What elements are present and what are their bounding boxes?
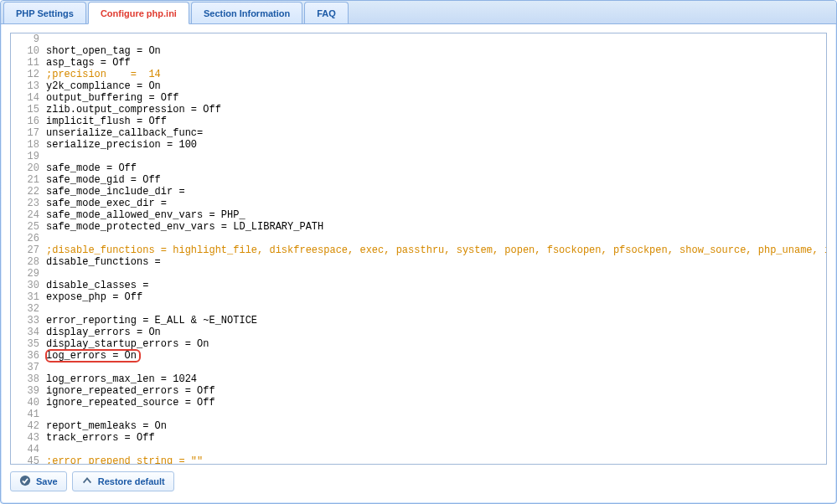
line-number: 18 bbox=[11, 139, 39, 151]
line-number: 42 bbox=[11, 420, 39, 432]
code-line[interactable]: safe_mode_allowed_env_vars = PHP_ bbox=[46, 209, 827, 221]
code-line[interactable]: report_memleaks = On bbox=[46, 420, 827, 432]
line-number: 23 bbox=[11, 198, 39, 209]
tab-strip: PHP Settings Configure php.ini Section I… bbox=[1, 1, 836, 24]
line-number: 33 bbox=[11, 315, 39, 327]
code-line[interactable]: safe_mode_protected_env_vars = LD_LIBRAR… bbox=[46, 221, 827, 233]
code-line[interactable]: disable_classes = bbox=[46, 280, 827, 291]
code-line[interactable]: safe_mode_exec_dir = bbox=[46, 198, 827, 209]
code-line[interactable]: implicit_flush = Off bbox=[46, 116, 827, 127]
line-number: 14 bbox=[11, 92, 39, 104]
line-number: 26 bbox=[11, 233, 39, 244]
line-number: 22 bbox=[11, 186, 39, 198]
restore-default-button[interactable]: Restore default bbox=[72, 471, 174, 491]
code-line[interactable]: safe_mode = Off bbox=[46, 162, 827, 174]
bottom-toolbar: Save Restore default bbox=[10, 471, 827, 491]
tab-php-settings[interactable]: PHP Settings bbox=[3, 2, 86, 23]
line-number: 38 bbox=[11, 373, 39, 385]
line-number: 19 bbox=[11, 151, 39, 162]
code-line[interactable]: log_errors_max_len = 1024 bbox=[46, 373, 827, 385]
code-line[interactable]: ignore_repeated_errors = Off bbox=[46, 385, 827, 397]
code-line[interactable]: log_errors = On bbox=[46, 350, 827, 362]
chevron-up-icon bbox=[81, 475, 93, 488]
line-number: 11 bbox=[11, 57, 39, 69]
code-line[interactable]: ;disable_functions = highlight_file, dis… bbox=[46, 244, 827, 256]
code-line[interactable]: expose_php = Off bbox=[46, 291, 827, 303]
code-line[interactable]: output_buffering = Off bbox=[46, 92, 827, 104]
line-number: 43 bbox=[11, 432, 39, 444]
line-number: 15 bbox=[11, 104, 39, 116]
code-content[interactable]: short_open_tag = Onasp_tags = Off;precis… bbox=[44, 33, 827, 465]
code-line[interactable]: asp_tags = Off bbox=[46, 57, 827, 69]
line-number: 39 bbox=[11, 385, 39, 397]
code-line[interactable] bbox=[46, 233, 827, 244]
code-line[interactable]: disable_functions = bbox=[46, 256, 827, 268]
line-number: 13 bbox=[11, 80, 39, 92]
line-number: 37 bbox=[11, 362, 39, 373]
code-line[interactable]: display_startup_errors = On bbox=[46, 338, 827, 350]
code-line[interactable]: safe_mode_include_dir = bbox=[46, 186, 827, 198]
code-line[interactable]: unserialize_callback_func= bbox=[46, 127, 827, 139]
code-line[interactable] bbox=[46, 409, 827, 420]
line-number: 29 bbox=[11, 268, 39, 280]
line-number: 12 bbox=[11, 69, 39, 80]
line-number: 17 bbox=[11, 127, 39, 139]
line-number: 35 bbox=[11, 338, 39, 350]
code-line[interactable]: ;error_prepend_string = "" bbox=[46, 455, 827, 465]
line-number: 20 bbox=[11, 162, 39, 174]
code-line[interactable]: track_errors = Off bbox=[46, 432, 827, 444]
code-line[interactable]: ignore_repeated_source = Off bbox=[46, 397, 827, 409]
code-line[interactable]: display_errors = On bbox=[46, 327, 827, 338]
code-line[interactable] bbox=[46, 151, 827, 162]
svg-point-0 bbox=[20, 476, 30, 486]
line-number: 16 bbox=[11, 116, 39, 127]
code-line[interactable]: error_reporting = E_ALL & ~E_NOTICE bbox=[46, 315, 827, 327]
code-line[interactable]: ;precision = 14 bbox=[46, 69, 827, 80]
code-line[interactable] bbox=[46, 303, 827, 315]
line-number: 34 bbox=[11, 327, 39, 338]
code-line[interactable] bbox=[46, 268, 827, 280]
line-number: 25 bbox=[11, 221, 39, 233]
save-button[interactable]: Save bbox=[10, 471, 67, 491]
code-line[interactable] bbox=[46, 33, 827, 45]
save-button-label: Save bbox=[36, 476, 58, 486]
line-number: 31 bbox=[11, 291, 39, 303]
tab-body: 9101112131415161718192021222324252627282… bbox=[2, 24, 835, 502]
tab-faq[interactable]: FAQ bbox=[304, 2, 349, 23]
line-number: 44 bbox=[11, 444, 39, 455]
code-line[interactable]: serialize_precision = 100 bbox=[46, 139, 827, 151]
restore-default-label: Restore default bbox=[98, 476, 165, 486]
line-number: 30 bbox=[11, 280, 39, 291]
code-editor[interactable]: 9101112131415161718192021222324252627282… bbox=[10, 33, 827, 465]
panel: PHP Settings Configure php.ini Section I… bbox=[0, 0, 837, 504]
line-number: 24 bbox=[11, 209, 39, 221]
line-number: 32 bbox=[11, 303, 39, 315]
line-number: 27 bbox=[11, 244, 39, 256]
check-circle-icon bbox=[19, 475, 31, 488]
code-line[interactable]: short_open_tag = On bbox=[46, 45, 827, 57]
code-line[interactable] bbox=[46, 444, 827, 455]
line-number: 21 bbox=[11, 174, 39, 186]
line-number: 45 bbox=[11, 455, 39, 465]
line-number: 41 bbox=[11, 409, 39, 420]
line-number: 9 bbox=[11, 33, 39, 45]
code-line[interactable]: safe_mode_gid = Off bbox=[46, 174, 827, 186]
code-line[interactable]: y2k_compliance = On bbox=[46, 80, 827, 92]
code-line[interactable] bbox=[46, 362, 827, 373]
code-line[interactable]: zlib.output_compression = Off bbox=[46, 104, 827, 116]
line-number: 28 bbox=[11, 256, 39, 268]
line-number: 10 bbox=[11, 45, 39, 57]
tab-configure-php-ini[interactable]: Configure php.ini bbox=[88, 2, 189, 24]
line-number: 36 bbox=[11, 350, 39, 362]
line-number-gutter: 9101112131415161718192021222324252627282… bbox=[11, 33, 44, 465]
line-number: 40 bbox=[11, 397, 39, 409]
tab-section-information[interactable]: Section Information bbox=[191, 2, 302, 23]
